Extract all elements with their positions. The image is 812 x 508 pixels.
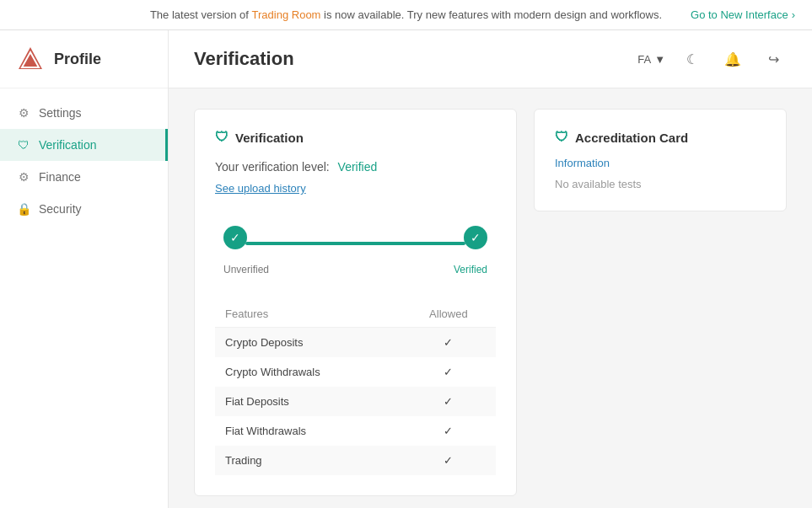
header-actions: FA ▼ ☾ 🔔 ↪	[637, 45, 787, 72]
verification-progress: ✓ ✓ Unverified Verified	[215, 232, 496, 275]
progress-start-dot: ✓	[223, 226, 247, 249]
feature-name: Crypto Withdrawals	[215, 357, 401, 387]
accreditation-card-header: 🛡 Accreditation Card	[555, 130, 766, 145]
dark-mode-button[interactable]: ☾	[679, 45, 706, 72]
top-banner: The latest version of Trading Room is no…	[0, 0, 812, 30]
security-icon: 🔒	[17, 202, 30, 216]
sidebar-title: Profile	[54, 51, 101, 68]
feature-name: Crypto Deposits	[215, 328, 401, 358]
security-label: Security	[39, 202, 82, 216]
sidebar-item-settings[interactable]: ⚙ Settings	[0, 97, 168, 129]
table-row: Crypto Withdrawals✓	[215, 357, 496, 387]
moon-icon: ☾	[686, 51, 698, 67]
level-label: Your verification level:	[215, 160, 330, 174]
finance-icon: ⚙	[17, 170, 30, 184]
lang-chevron-icon: ▼	[654, 53, 665, 66]
feature-name: Trading	[215, 446, 401, 475]
progress-labels: Unverified Verified	[223, 264, 487, 275]
notifications-button[interactable]: 🔔	[719, 45, 746, 72]
feature-allowed: ✓	[401, 357, 496, 387]
feature-name: Fiat Withdrawals	[215, 416, 401, 446]
feature-allowed: ✓	[401, 387, 496, 416]
feature-name: Fiat Deposits	[215, 387, 401, 416]
page-title: Verification	[194, 48, 294, 70]
accreditation-shield-icon: 🛡	[555, 130, 568, 145]
allowed-column-header: Allowed	[401, 301, 496, 328]
page-header: Verification FA ▼ ☾ 🔔 ↪	[169, 30, 812, 88]
verification-level-row: Your verification level: Verified	[215, 160, 496, 174]
level-value: Verified	[338, 160, 378, 174]
sidebar-item-security[interactable]: 🔒 Security	[0, 193, 168, 225]
upload-history-link[interactable]: See upload history	[215, 182, 306, 195]
sidebar-header: Profile	[0, 30, 168, 88]
bell-icon: 🔔	[724, 51, 741, 67]
progress-end-label: Verified	[454, 264, 487, 275]
sidebar-nav: ⚙ Settings 🛡 Verification ⚙ Finance 🔒 Se…	[0, 88, 168, 508]
features-table: Features Allowed Crypto Deposits✓Crypto …	[215, 301, 496, 475]
main-layout: Profile ⚙ Settings 🛡 Verification ⚙ Fina…	[0, 30, 812, 508]
banner-text: The latest version of Trading Room is no…	[150, 8, 662, 21]
sidebar-item-verification[interactable]: 🛡 Verification	[0, 129, 168, 161]
verification-card: 🛡 Verification Your verification level: …	[194, 109, 517, 496]
feature-allowed: ✓	[401, 328, 496, 358]
settings-icon: ⚙	[17, 106, 30, 120]
verification-card-title: Verification	[235, 131, 304, 145]
go-new-label: Go to New Interface	[691, 8, 788, 21]
progress-start-label: Unverified	[223, 264, 269, 275]
lang-label: FA	[637, 53, 651, 66]
page-content: 🛡 Verification Your verification level: …	[169, 88, 812, 508]
go-new-interface-button[interactable]: Go to New Interface ›	[691, 8, 795, 21]
language-selector[interactable]: FA ▼	[637, 53, 665, 66]
logout-icon: ↪	[768, 51, 779, 67]
sidebar: Profile ⚙ Settings 🛡 Verification ⚙ Fina…	[0, 30, 169, 508]
verification-icon: 🛡	[17, 138, 30, 152]
content-area: Verification FA ▼ ☾ 🔔 ↪	[169, 30, 812, 508]
verification-card-header: 🛡 Verification	[215, 130, 496, 145]
feature-allowed: ✓	[401, 416, 496, 446]
settings-label: Settings	[39, 106, 82, 120]
verification-label: Verification	[39, 138, 96, 152]
card-shield-icon: 🛡	[215, 130, 229, 145]
arrow-icon: ›	[792, 8, 795, 21]
table-row: Fiat Withdrawals✓	[215, 416, 496, 446]
no-tests-label: No available tests	[555, 178, 766, 190]
logout-button[interactable]: ↪	[760, 45, 787, 72]
banner-highlight: Trading Room	[252, 8, 321, 21]
accreditation-card: 🛡 Accreditation Card Information No avai…	[534, 109, 787, 211]
finance-label: Finance	[39, 170, 81, 184]
table-row: Crypto Deposits✓	[215, 328, 496, 358]
progress-end-dot: ✓	[464, 226, 487, 249]
feature-allowed: ✓	[401, 446, 496, 475]
table-row: Trading✓	[215, 446, 496, 475]
table-row: Fiat Deposits✓	[215, 387, 496, 416]
sidebar-item-finance[interactable]: ⚙ Finance	[0, 161, 168, 193]
features-column-header: Features	[215, 301, 401, 328]
logo-icon	[17, 45, 44, 72]
accreditation-title: Accreditation Card	[575, 131, 688, 145]
accreditation-info-label: Information	[555, 157, 766, 169]
